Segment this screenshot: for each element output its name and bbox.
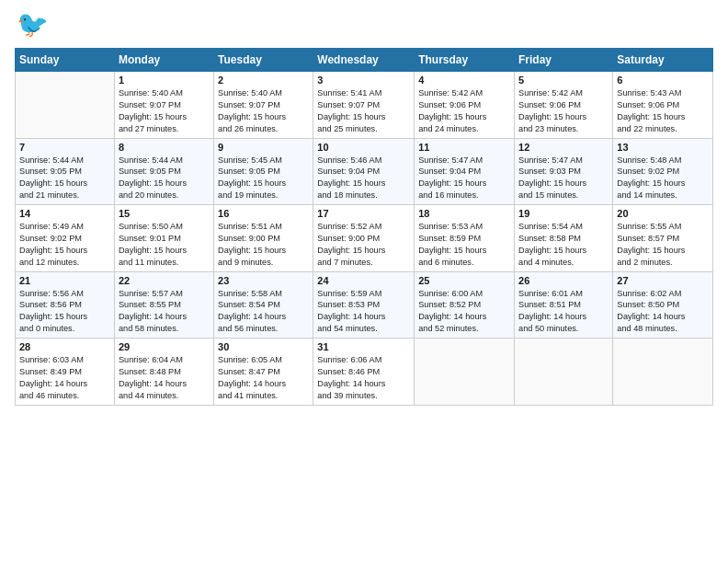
day-number: 3 xyxy=(317,75,410,86)
calendar-cell: 30Sunrise: 6:05 AM Sunset: 8:47 PM Dayli… xyxy=(214,339,313,406)
day-number: 20 xyxy=(617,208,709,219)
weekday-header-friday: Friday xyxy=(515,49,613,72)
calendar-cell xyxy=(16,72,115,139)
weekday-header-wednesday: Wednesday xyxy=(313,49,415,72)
page: 🐦 SundayMondayTuesdayWednesdayThursdayFr… xyxy=(0,0,728,563)
day-info: Sunrise: 5:40 AM Sunset: 9:07 PM Dayligh… xyxy=(218,87,309,135)
day-number: 17 xyxy=(317,208,410,219)
calendar-cell: 14Sunrise: 5:49 AM Sunset: 9:02 PM Dayli… xyxy=(16,205,115,272)
day-info: Sunrise: 5:42 AM Sunset: 9:06 PM Dayligh… xyxy=(518,87,609,135)
day-info: Sunrise: 5:41 AM Sunset: 9:07 PM Dayligh… xyxy=(317,87,410,135)
day-number: 30 xyxy=(218,341,309,352)
day-number: 22 xyxy=(119,275,210,286)
day-info: Sunrise: 5:51 AM Sunset: 9:00 PM Dayligh… xyxy=(218,221,309,269)
day-info: Sunrise: 5:43 AM Sunset: 9:06 PM Dayligh… xyxy=(617,87,709,135)
calendar-cell: 16Sunrise: 5:51 AM Sunset: 9:00 PM Dayli… xyxy=(214,205,313,272)
day-number: 2 xyxy=(218,75,309,86)
day-info: Sunrise: 5:52 AM Sunset: 9:00 PM Dayligh… xyxy=(317,221,410,269)
weekday-header-saturday: Saturday xyxy=(613,49,713,72)
day-info: Sunrise: 5:56 AM Sunset: 8:56 PM Dayligh… xyxy=(19,288,110,336)
calendar-cell xyxy=(613,339,713,406)
calendar-cell: 23Sunrise: 5:58 AM Sunset: 8:54 PM Dayli… xyxy=(214,271,313,339)
day-info: Sunrise: 5:55 AM Sunset: 8:57 PM Dayligh… xyxy=(617,221,709,269)
calendar-cell: 6Sunrise: 5:43 AM Sunset: 9:06 PM Daylig… xyxy=(613,72,713,139)
calendar-cell: 28Sunrise: 6:03 AM Sunset: 8:49 PM Dayli… xyxy=(16,339,115,406)
day-info: Sunrise: 5:47 AM Sunset: 9:04 PM Dayligh… xyxy=(418,155,510,202)
calendar-cell: 24Sunrise: 5:59 AM Sunset: 8:53 PM Dayli… xyxy=(313,271,415,339)
weekday-header-monday: Monday xyxy=(114,49,213,72)
calendar-week-4: 21Sunrise: 5:56 AM Sunset: 8:56 PM Dayli… xyxy=(16,271,713,339)
day-number: 14 xyxy=(19,208,110,219)
weekday-header-sunday: Sunday xyxy=(16,49,115,72)
day-number: 9 xyxy=(218,142,309,153)
day-info: Sunrise: 5:59 AM Sunset: 8:53 PM Dayligh… xyxy=(317,288,410,336)
weekday-header-row: SundayMondayTuesdayWednesdayThursdayFrid… xyxy=(16,49,713,72)
day-number: 15 xyxy=(119,208,210,219)
day-info: Sunrise: 5:54 AM Sunset: 8:58 PM Dayligh… xyxy=(518,221,609,269)
day-number: 4 xyxy=(418,75,510,86)
day-number: 19 xyxy=(518,208,609,219)
calendar-cell: 11Sunrise: 5:47 AM Sunset: 9:04 PM Dayli… xyxy=(415,138,515,205)
day-number: 11 xyxy=(418,142,510,153)
day-info: Sunrise: 5:47 AM Sunset: 9:03 PM Dayligh… xyxy=(518,155,609,202)
day-number: 5 xyxy=(518,75,609,86)
day-number: 7 xyxy=(19,142,110,153)
day-info: Sunrise: 6:01 AM Sunset: 8:51 PM Dayligh… xyxy=(518,288,609,336)
day-info: Sunrise: 5:40 AM Sunset: 9:07 PM Dayligh… xyxy=(119,87,210,135)
day-info: Sunrise: 5:46 AM Sunset: 9:04 PM Dayligh… xyxy=(317,155,410,202)
day-info: Sunrise: 5:58 AM Sunset: 8:54 PM Dayligh… xyxy=(218,288,309,336)
day-info: Sunrise: 6:04 AM Sunset: 8:48 PM Dayligh… xyxy=(119,354,210,402)
calendar-week-5: 28Sunrise: 6:03 AM Sunset: 8:49 PM Dayli… xyxy=(16,339,713,406)
day-info: Sunrise: 5:50 AM Sunset: 9:01 PM Dayligh… xyxy=(119,221,210,269)
day-info: Sunrise: 5:53 AM Sunset: 8:59 PM Dayligh… xyxy=(418,221,510,269)
day-number: 16 xyxy=(218,208,309,219)
day-number: 24 xyxy=(317,275,410,286)
calendar-cell: 19Sunrise: 5:54 AM Sunset: 8:58 PM Dayli… xyxy=(515,205,613,272)
calendar-cell: 5Sunrise: 5:42 AM Sunset: 9:06 PM Daylig… xyxy=(515,72,613,139)
day-number: 12 xyxy=(518,142,609,153)
day-info: Sunrise: 6:06 AM Sunset: 8:46 PM Dayligh… xyxy=(317,354,410,402)
calendar-cell: 3Sunrise: 5:41 AM Sunset: 9:07 PM Daylig… xyxy=(313,72,415,139)
logo-icon: 🐦 xyxy=(15,9,48,42)
day-info: Sunrise: 5:57 AM Sunset: 8:55 PM Dayligh… xyxy=(119,288,210,336)
calendar-cell: 17Sunrise: 5:52 AM Sunset: 9:00 PM Dayli… xyxy=(313,205,415,272)
calendar-cell: 4Sunrise: 5:42 AM Sunset: 9:06 PM Daylig… xyxy=(415,72,515,139)
calendar-cell: 29Sunrise: 6:04 AM Sunset: 8:48 PM Dayli… xyxy=(114,339,213,406)
calendar-week-3: 14Sunrise: 5:49 AM Sunset: 9:02 PM Dayli… xyxy=(16,205,713,272)
day-number: 28 xyxy=(19,341,110,352)
calendar-cell: 15Sunrise: 5:50 AM Sunset: 9:01 PM Dayli… xyxy=(114,205,213,272)
svg-text:🐦: 🐦 xyxy=(17,9,48,40)
weekday-header-thursday: Thursday xyxy=(415,49,515,72)
calendar-cell xyxy=(515,339,613,406)
day-number: 18 xyxy=(418,208,510,219)
calendar-cell: 9Sunrise: 5:45 AM Sunset: 9:05 PM Daylig… xyxy=(214,138,313,205)
calendar-cell: 22Sunrise: 5:57 AM Sunset: 8:55 PM Dayli… xyxy=(114,271,213,339)
day-number: 27 xyxy=(617,275,709,286)
day-info: Sunrise: 6:05 AM Sunset: 8:47 PM Dayligh… xyxy=(218,354,309,402)
calendar-cell: 18Sunrise: 5:53 AM Sunset: 8:59 PM Dayli… xyxy=(415,205,515,272)
day-number: 6 xyxy=(617,75,709,86)
calendar-cell: 27Sunrise: 6:02 AM Sunset: 8:50 PM Dayli… xyxy=(613,271,713,339)
day-number: 25 xyxy=(418,275,510,286)
calendar-cell: 8Sunrise: 5:44 AM Sunset: 9:05 PM Daylig… xyxy=(114,138,213,205)
day-info: Sunrise: 5:48 AM Sunset: 9:02 PM Dayligh… xyxy=(617,155,709,202)
calendar-cell: 31Sunrise: 6:06 AM Sunset: 8:46 PM Dayli… xyxy=(313,339,415,406)
calendar-week-1: 1Sunrise: 5:40 AM Sunset: 9:07 PM Daylig… xyxy=(16,72,713,139)
day-info: Sunrise: 6:03 AM Sunset: 8:49 PM Dayligh… xyxy=(19,354,110,402)
calendar-cell xyxy=(415,339,515,406)
day-number: 31 xyxy=(317,341,410,352)
calendar-cell: 21Sunrise: 5:56 AM Sunset: 8:56 PM Dayli… xyxy=(16,271,115,339)
day-number: 23 xyxy=(218,275,309,286)
calendar: SundayMondayTuesdayWednesdayThursdayFrid… xyxy=(15,48,713,406)
calendar-cell: 25Sunrise: 6:00 AM Sunset: 8:52 PM Dayli… xyxy=(415,271,515,339)
calendar-week-2: 7Sunrise: 5:44 AM Sunset: 9:05 PM Daylig… xyxy=(16,138,713,205)
day-number: 21 xyxy=(19,275,110,286)
logo: 🐦 xyxy=(15,9,50,42)
weekday-header-tuesday: Tuesday xyxy=(214,49,313,72)
day-info: Sunrise: 5:44 AM Sunset: 9:05 PM Dayligh… xyxy=(119,155,210,202)
day-number: 1 xyxy=(119,75,210,86)
day-info: Sunrise: 5:49 AM Sunset: 9:02 PM Dayligh… xyxy=(19,221,110,269)
day-number: 8 xyxy=(119,142,210,153)
calendar-cell: 13Sunrise: 5:48 AM Sunset: 9:02 PM Dayli… xyxy=(613,138,713,205)
day-info: Sunrise: 6:02 AM Sunset: 8:50 PM Dayligh… xyxy=(617,288,709,336)
